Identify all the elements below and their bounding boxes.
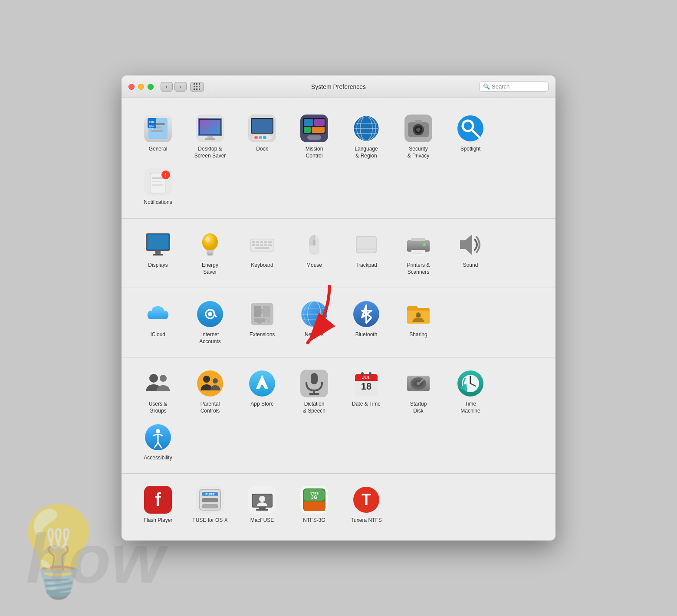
pref-item-trackpad[interactable]: Trackpad: [340, 226, 392, 280]
pref-item-macfuse[interactable]: MacFUSE: [236, 482, 288, 528]
pref-item-flash-player[interactable]: f Flash Player: [132, 482, 184, 528]
grid-view-button[interactable]: [190, 82, 204, 92]
maximize-button[interactable]: [148, 84, 154, 90]
time-machine-label: TimeMachine: [460, 401, 480, 414]
close-button[interactable]: [128, 84, 135, 90]
pref-item-sound[interactable]: Sound: [444, 226, 496, 280]
extensions-label: Extensions: [250, 331, 275, 338]
pref-item-internet-accounts[interactable]: InternetAccounts: [184, 296, 236, 349]
accessibility-icon: [144, 423, 172, 451]
svg-rect-50: [152, 181, 161, 182]
trackpad-icon: [352, 231, 380, 259]
pref-item-fuse-osx[interactable]: FUSE FUSE for OS X: [184, 482, 236, 528]
pref-item-notifications[interactable]: ! Notifications: [132, 164, 184, 210]
pref-item-extensions[interactable]: Extensions: [236, 296, 288, 349]
pref-item-icloud[interactable]: iCloud: [132, 296, 184, 349]
svg-rect-16: [200, 120, 220, 134]
macfuse-icon: [248, 486, 276, 514]
pref-item-desktop-screensaver[interactable]: Desktop &Screen Saver: [184, 110, 236, 164]
pref-item-spotlight[interactable]: Spotlight: [444, 110, 496, 164]
pref-item-energy-saver[interactable]: EnergySaver: [184, 226, 236, 280]
accessibility-label: Accessibility: [144, 455, 172, 462]
startup-disk-icon: [404, 370, 432, 397]
lightbulb-watermark: 💡: [4, 501, 113, 603]
svg-point-106: [149, 374, 158, 383]
users-groups-label: Users &Groups: [149, 401, 168, 414]
parental-controls-label: ParentalControls: [200, 401, 220, 414]
pref-item-keyboard[interactable]: Keyboard: [236, 226, 288, 280]
language-region-label: Language& Region: [355, 146, 378, 159]
search-input[interactable]: [492, 83, 545, 90]
pref-item-users-groups[interactable]: Users &Groups: [132, 365, 184, 419]
svg-point-42: [416, 128, 421, 132]
pref-item-security-privacy[interactable]: Security& Privacy: [392, 110, 444, 164]
svg-rect-61: [207, 250, 214, 252]
back-button[interactable]: ‹: [161, 82, 173, 92]
svg-rect-73: [256, 244, 259, 246]
system-preferences-window: ‹ › System Preferences 🔍: [122, 75, 555, 541]
desktop-screensaver-icon: [196, 115, 224, 142]
pref-item-bluetooth[interactable]: Bluetooth: [340, 296, 392, 349]
forward-button[interactable]: ›: [174, 82, 187, 92]
pref-item-mission-control[interactable]: MissionControl: [288, 110, 340, 164]
mission-control-label: MissionControl: [306, 146, 323, 159]
svg-point-148: [259, 496, 265, 502]
svg-rect-87: [413, 252, 424, 252]
svg-rect-94: [251, 303, 273, 325]
pref-item-network[interactable]: Network: [288, 296, 340, 349]
svg-rect-51: [152, 184, 163, 186]
pref-item-date-time[interactable]: JUL 18 Date & Time: [340, 365, 392, 419]
spotlight-label: Spotlight: [460, 146, 481, 153]
svg-point-109: [203, 376, 210, 383]
keyboard-icon: [248, 231, 276, 259]
svg-rect-144: [202, 504, 218, 508]
startup-disk-label: StartupDisk: [410, 401, 427, 414]
flash-player-label: Flash Player: [144, 517, 173, 524]
ntfs-3g-label: NTFS-3G: [303, 517, 325, 524]
dock-icon: [248, 115, 276, 142]
pref-item-displays[interactable]: Displays: [132, 226, 184, 280]
pref-item-accessibility[interactable]: Accessibility: [132, 419, 184, 466]
pref-item-ntfs-3g[interactable]: NTFS 3G NTFS-3G: [288, 482, 340, 528]
svg-rect-77: [255, 247, 269, 249]
printers-scanners-icon: [404, 231, 432, 259]
displays-icon: [144, 231, 172, 259]
svg-rect-43: [415, 120, 422, 123]
printers-scanners-label: Printers &Scanners: [407, 262, 430, 275]
pref-item-dock[interactable]: Dock: [236, 110, 288, 164]
svg-rect-57: [153, 254, 163, 256]
pref-item-mouse[interactable]: Mouse: [288, 226, 340, 280]
pref-item-printers-scanners[interactable]: Printers &Scanners: [392, 226, 444, 280]
svg-text:One: One: [149, 127, 154, 130]
notifications-label: Notifications: [144, 199, 172, 206]
svg-rect-58: [148, 235, 168, 249]
bluetooth-icon: [352, 300, 380, 328]
window-title: System Preferences: [311, 83, 366, 90]
dock-label: Dock: [256, 146, 268, 153]
search-box[interactable]: 🔍: [479, 82, 549, 92]
nav-buttons: ‹ ›: [161, 82, 187, 92]
mouse-icon: [300, 231, 328, 259]
svg-rect-56: [155, 251, 161, 254]
pref-item-dictation-speech[interactable]: Dictation& Speech: [288, 365, 340, 419]
svg-text:f: f: [155, 489, 161, 510]
icloud-icon: [144, 300, 172, 328]
sharing-icon: [404, 300, 432, 328]
general-label: General: [149, 146, 168, 153]
minimize-button[interactable]: [138, 84, 144, 90]
pref-item-tuxera-ntfs[interactable]: T Tuxera NTFS: [340, 482, 392, 528]
search-icon: 🔍: [483, 83, 490, 90]
sound-label: Sound: [463, 262, 478, 269]
mouse-label: Mouse: [306, 262, 322, 269]
pref-item-language-region[interactable]: Language& Region: [340, 110, 392, 164]
pref-item-parental-controls[interactable]: ParentalControls: [184, 365, 236, 419]
notifications-icon: !: [144, 168, 172, 196]
pref-item-general[interactable]: File New One General: [132, 110, 184, 164]
pref-item-startup-disk[interactable]: StartupDisk: [392, 365, 444, 419]
fuse-osx-icon: FUSE: [196, 486, 224, 514]
pref-item-app-store[interactable]: App Store: [236, 365, 288, 419]
pref-item-time-machine[interactable]: TimeMachine: [444, 365, 496, 419]
other-items-grid: f Flash Player FUSE: [132, 482, 545, 528]
parental-controls-icon: [196, 370, 224, 397]
pref-item-sharing[interactable]: Sharing: [392, 296, 444, 349]
